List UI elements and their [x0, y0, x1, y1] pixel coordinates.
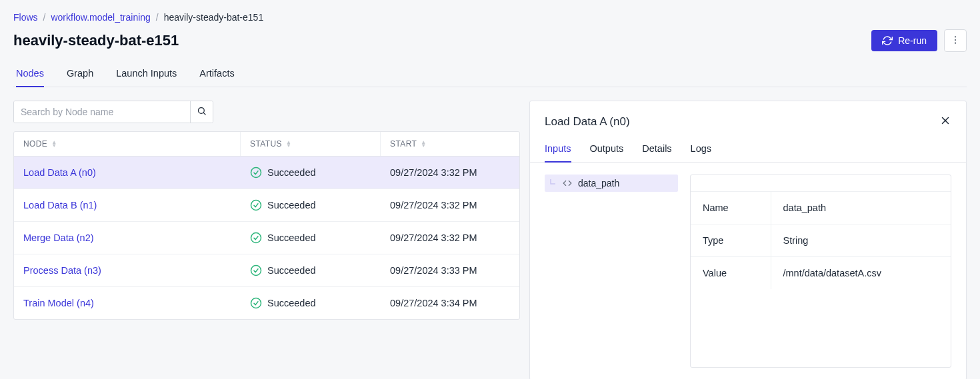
rerun-button-label: Re-run [898, 35, 927, 46]
search-icon [197, 106, 207, 118]
page-title: heavily-steady-bat-e151 [13, 32, 179, 49]
close-icon [939, 115, 951, 129]
param-detail-value: /mnt/data/datasetA.csv [771, 257, 951, 290]
svg-point-3 [199, 108, 205, 114]
node-name-cell: Load Data B (n1) [14, 190, 241, 220]
table-row[interactable]: Process Data (n3)Succeeded09/27/2024 3:3… [14, 254, 519, 287]
table-row[interactable]: Merge Data (n2)Succeeded09/27/2024 3:32 … [14, 222, 519, 254]
check-circle-icon [250, 167, 262, 179]
param-item-label: data_path [578, 178, 619, 189]
detail-tab-inputs[interactable]: Inputs [545, 138, 571, 162]
close-detail-button[interactable] [937, 112, 954, 131]
svg-point-6 [251, 200, 261, 210]
param-detail-value: String [771, 224, 951, 257]
tab-nodes[interactable]: Nodes [16, 64, 44, 87]
svg-point-9 [251, 298, 261, 308]
table-row[interactable]: Train Model (n4)Succeeded09/27/2024 3:34… [14, 287, 519, 319]
svg-point-7 [251, 233, 261, 243]
breadcrumb-separator: / [43, 11, 46, 24]
detail-tab-logs[interactable]: Logs [691, 138, 711, 162]
param-detail-table: Namedata_pathTypeStringValue/mnt/data/da… [690, 175, 951, 368]
svg-point-1 [955, 39, 956, 40]
status-label: Succeeded [267, 200, 316, 210]
refresh-icon [882, 35, 893, 46]
start-cell: 09/27/2024 3:32 PM [381, 222, 519, 253]
node-name-cell: Train Model (n4) [14, 288, 241, 318]
status-cell: Succeeded [241, 157, 381, 189]
detail-tabs: Inputs Outputs Details Logs [530, 138, 966, 163]
status-cell: Succeeded [241, 189, 381, 221]
detail-tab-outputs[interactable]: Outputs [590, 138, 624, 162]
start-cell: 09/27/2024 3:32 PM [381, 190, 519, 220]
param-detail-key: Name [691, 192, 771, 224]
search-input[interactable] [14, 101, 190, 123]
param-detail-key: Value [691, 257, 771, 290]
breadcrumb-current: heavily-steady-bat-e151 [164, 11, 263, 24]
breadcrumb-root[interactable]: Flows [13, 11, 38, 24]
code-icon [562, 179, 573, 188]
check-circle-icon [250, 199, 262, 211]
param-detail-value: data_path [771, 192, 951, 224]
breadcrumb-separator: / [156, 11, 159, 24]
start-cell: 09/27/2024 3:34 PM [381, 288, 519, 318]
status-cell: Succeeded [241, 254, 381, 286]
status-cell: Succeeded [241, 287, 381, 319]
table-row[interactable]: Load Data A (n0)Succeeded09/27/2024 3:32… [14, 157, 519, 189]
param-list: data_path [545, 175, 678, 368]
node-name-cell: Load Data A (n0) [14, 157, 241, 188]
tree-elbow-icon [549, 179, 557, 188]
breadcrumb: Flows / workflow.model_training / heavil… [13, 8, 967, 28]
search-wrap [13, 101, 213, 123]
tab-launch-inputs[interactable]: Launch Inputs [116, 64, 177, 87]
search-button[interactable] [190, 101, 213, 123]
more-vertical-icon [950, 35, 961, 47]
param-item[interactable]: data_path [545, 175, 678, 192]
check-circle-icon [250, 232, 262, 244]
svg-line-4 [203, 113, 205, 115]
status-label: Succeeded [267, 232, 316, 243]
node-table-header: NODE ▲▼ STATUS ▲▼ START ▲ [14, 132, 519, 157]
breadcrumb-workflow[interactable]: workflow.model_training [51, 11, 150, 24]
status-cell: Succeeded [241, 222, 381, 254]
status-label: Succeeded [267, 298, 316, 308]
check-circle-icon [250, 297, 262, 309]
node-detail-panel: Load Data A (n0) Inputs Outputs Details … [529, 101, 967, 379]
column-header-node[interactable]: NODE ▲▼ [14, 132, 241, 156]
param-detail-row: TypeString [691, 224, 951, 257]
tab-artifacts[interactable]: Artifacts [199, 64, 234, 87]
main-tabs: Nodes Graph Launch Inputs Artifacts [13, 64, 967, 87]
table-row[interactable]: Load Data B (n1)Succeeded09/27/2024 3:32… [14, 189, 519, 222]
column-header-status[interactable]: STATUS ▲▼ [241, 132, 381, 156]
detail-tab-details[interactable]: Details [642, 138, 671, 162]
start-cell: 09/27/2024 3:33 PM [381, 255, 519, 286]
param-detail-row: Namedata_path [691, 192, 951, 224]
more-actions-button[interactable] [944, 29, 967, 52]
rerun-button[interactable]: Re-run [871, 30, 937, 51]
detail-title: Load Data A (n0) [545, 115, 630, 129]
node-name-cell: Merge Data (n2) [14, 222, 241, 253]
sort-icon: ▲▼ [51, 141, 57, 147]
check-circle-icon [250, 264, 262, 276]
status-label: Succeeded [267, 167, 316, 178]
column-header-start[interactable]: START ▲▼ [381, 132, 519, 156]
svg-point-2 [955, 42, 956, 43]
tab-graph[interactable]: Graph [67, 64, 93, 87]
param-detail-key: Type [691, 224, 771, 257]
start-cell: 09/27/2024 3:32 PM [381, 157, 519, 188]
status-label: Succeeded [267, 265, 316, 276]
svg-point-5 [251, 168, 261, 178]
node-table: NODE ▲▼ STATUS ▲▼ START ▲ [13, 131, 520, 320]
node-name-cell: Process Data (n3) [14, 255, 241, 286]
param-detail-row: Value/mnt/data/datasetA.csv [691, 257, 951, 290]
svg-point-8 [251, 266, 261, 276]
svg-point-0 [955, 36, 956, 37]
sort-icon: ▲▼ [286, 141, 291, 147]
sort-icon: ▲▼ [421, 141, 426, 147]
